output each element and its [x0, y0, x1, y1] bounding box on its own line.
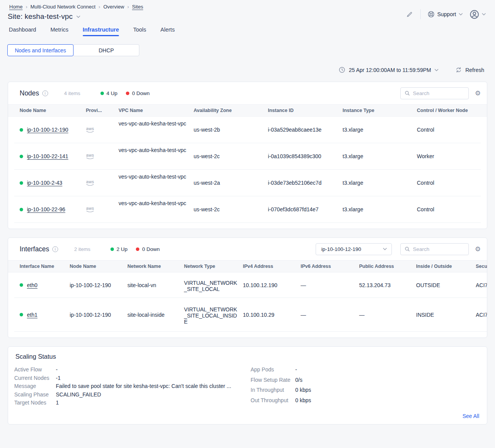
- node-name-cell: ip-10-100-12-190: [70, 308, 127, 322]
- node-selector-value: ip-10-100-12-190: [321, 246, 361, 252]
- node-selector-dropdown[interactable]: ip-10-100-12-190: [316, 243, 392, 255]
- col-provider[interactable]: Provi...: [86, 105, 119, 116]
- node-selector-chevron-down-icon: [383, 248, 387, 250]
- role-cell: Control: [417, 117, 481, 143]
- breadcrumb-separator-icon: ›: [99, 4, 100, 10]
- support-chevron-down-icon: [459, 13, 463, 15]
- account-menu-button[interactable]: [470, 10, 486, 19]
- nodes-down-count: 0 Down: [132, 90, 150, 96]
- col-control-worker[interactable]: Control / Worker Node: [417, 105, 481, 116]
- search-icon: [405, 246, 410, 252]
- support-button[interactable]: Support: [428, 11, 463, 18]
- node-name-link[interactable]: ip-10-100-22-96: [27, 206, 65, 212]
- nodes-panel: Nodes i 4 items 4 Up 0 Down ⚙ Node Name …: [8, 82, 487, 229]
- interfaces-settings-gear-icon[interactable]: ⚙: [475, 246, 481, 252]
- tab-alerts[interactable]: Alerts: [161, 27, 175, 36]
- col-instance-type[interactable]: Instance Type: [343, 105, 417, 116]
- role-cell: Worker: [417, 143, 481, 169]
- breadcrumb-overview[interactable]: Overview: [103, 4, 124, 10]
- subtab-dhcp[interactable]: DHCP: [73, 44, 139, 56]
- node-name-link[interactable]: ip-10-100-12-190: [27, 127, 68, 133]
- breadcrumb-sites[interactable]: Sites: [132, 4, 143, 10]
- time-range-chevron-down-icon: [435, 69, 438, 71]
- subtab-nodes-and-interfaces[interactable]: Nodes and Interfaces: [7, 44, 74, 56]
- breadcrumb: Home › Multi-Cloud Network Connect › Ove…: [8, 4, 143, 10]
- main-tab-bar: Dashboard Metrics Infrastructure Tools A…: [9, 27, 495, 36]
- node-name-link[interactable]: ip-10-100-2-43: [27, 180, 62, 186]
- scaling-phase-value: SCALING_FAILED: [56, 391, 101, 399]
- col-availability-zone[interactable]: Availability Zone: [194, 105, 268, 116]
- role-cell: Control: [417, 170, 481, 196]
- instance-id-cell: i-070ef3dc687fd14e7: [268, 196, 343, 222]
- tab-dashboard[interactable]: Dashboard: [9, 27, 36, 36]
- az-cell: us-west-2a: [194, 170, 268, 196]
- az-cell: us-west-2c: [194, 196, 268, 222]
- out-throughput-value: 0 kbps: [295, 396, 311, 405]
- col-instance-id[interactable]: Instance ID: [268, 105, 343, 116]
- col-security[interactable]: Securi: [476, 261, 487, 272]
- ipv6-cell: —: [301, 308, 359, 322]
- col-interface-name[interactable]: Interface Name: [14, 261, 70, 272]
- network-type-cell: VIRTUAL_NETWORK_SITE_LOCAL_INSIDE: [184, 301, 243, 329]
- interface-name-link[interactable]: eth0: [27, 282, 37, 288]
- col-node-name[interactable]: Node Name: [14, 105, 86, 116]
- page-title: Site: kesha-test-vpc: [8, 12, 73, 21]
- node-row: ip-10-100-12-190 aws ves-vpc-auto-kesha-…: [14, 117, 481, 143]
- interfaces-search-box: [400, 243, 469, 255]
- aws-provider-icon: aws: [86, 127, 94, 133]
- instance-type-cell: t3.xlarge: [343, 170, 417, 196]
- interfaces-search-input[interactable]: [413, 246, 465, 252]
- node-status-dot: [20, 208, 23, 211]
- tab-metrics[interactable]: Metrics: [50, 27, 69, 36]
- nodes-search-box: [400, 87, 469, 99]
- interfaces-panel: Interfaces i 2 items 2 Up 0 Down ip-10-1…: [8, 237, 487, 338]
- info-icon[interactable]: i: [42, 90, 48, 96]
- breadcrumb-separator-icon: ›: [127, 4, 129, 10]
- interface-row: eth1 ip-10-100-12-190 site-local-inside …: [14, 298, 487, 332]
- node-row: ip-10-100-22-141 aws ves-vpc-auto-kesha-…: [14, 143, 481, 170]
- time-range-picker[interactable]: 25 Apr 12:00:00AM to 11:59:59PM: [339, 67, 438, 73]
- down-status-dot: [136, 247, 139, 251]
- tab-infrastructure[interactable]: Infrastructure: [83, 27, 119, 36]
- refresh-button[interactable]: Refresh: [455, 67, 484, 73]
- up-status-dot: [100, 92, 104, 95]
- role-cell: Control: [417, 196, 481, 222]
- col-vpc-name[interactable]: VPC Name: [119, 105, 194, 116]
- account-chevron-down-icon: [482, 13, 486, 15]
- time-toolbar: 25 Apr 12:00:00AM to 11:59:59PM Refresh: [0, 67, 484, 73]
- tab-tools[interactable]: Tools: [133, 27, 146, 36]
- breadcrumb-home[interactable]: Home: [9, 4, 23, 10]
- node-row: ip-10-100-22-96 aws ves-vpc-auto-kesha-t…: [14, 196, 481, 223]
- instance-id-cell: i-03de73eb52106ec7d: [268, 170, 343, 196]
- interfaces-up-count: 2 Up: [117, 246, 128, 252]
- refresh-label: Refresh: [465, 67, 484, 73]
- breadcrumb-mcn-connect[interactable]: Multi-Cloud Network Connect: [30, 4, 95, 10]
- col-inside-outside[interactable]: Inside / Outside: [416, 261, 476, 272]
- col-node-name[interactable]: Node Name: [70, 261, 127, 272]
- active-flow-label: Active Flow: [14, 366, 56, 374]
- time-range-label: 25 Apr 12:00:00AM to 11:59:59PM: [349, 67, 431, 73]
- col-network-type[interactable]: Network Type: [184, 261, 243, 272]
- see-all-link[interactable]: See All: [462, 413, 479, 419]
- nodes-settings-gear-icon[interactable]: ⚙: [475, 90, 481, 97]
- node-name-link[interactable]: ip-10-100-22-141: [27, 153, 68, 159]
- az-cell: us-west-2c: [194, 143, 268, 169]
- node-name-cell: ip-10-100-12-190: [70, 278, 127, 292]
- interfaces-panel-title: Interfaces: [20, 245, 49, 253]
- col-ipv4-address[interactable]: IPv4 Address: [243, 261, 301, 272]
- col-ipv6-address[interactable]: IPv6 Address: [301, 261, 359, 272]
- col-network-name[interactable]: Network Name: [127, 261, 184, 272]
- theme-brush-button[interactable]: [406, 10, 413, 18]
- node-row: ip-10-100-2-43 aws ves-vpc-auto-kesha-te…: [14, 170, 481, 196]
- nodes-search-input[interactable]: [413, 90, 465, 96]
- instance-id-cell: i-0a1039c854389c300: [268, 143, 343, 169]
- up-status-dot: [110, 247, 114, 251]
- instance-type-cell: t3.xlarge: [343, 143, 417, 169]
- node-status-dot: [20, 155, 23, 158]
- title-chevron-down-icon[interactable]: [76, 15, 80, 18]
- col-public-address[interactable]: Public Address: [359, 261, 416, 272]
- public-address-cell: 52.13.204.73: [359, 278, 416, 292]
- info-icon[interactable]: i: [52, 246, 58, 252]
- interface-name-link[interactable]: eth1: [27, 312, 37, 318]
- scaling-status-panel: Scaling Status Active Flow- Current Node…: [8, 346, 487, 425]
